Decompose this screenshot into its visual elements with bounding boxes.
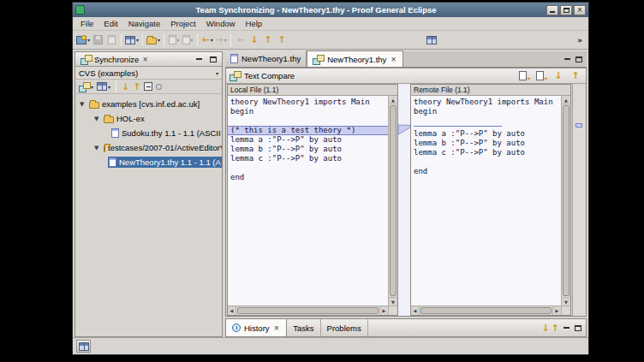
remote-file-header: Remote File (1.1): [411, 85, 570, 96]
pin-button[interactable]: [155, 80, 163, 93]
save-button[interactable]: [91, 33, 104, 48]
tab-close-icon[interactable]: ×: [273, 324, 281, 332]
diff-connector-strip: [398, 84, 410, 316]
diff-overview-marker[interactable]: [575, 123, 582, 128]
tab-synchronize[interactable]: Synchronize ×: [78, 55, 152, 64]
scrollbar-corner: [561, 306, 570, 315]
selected-tree-item[interactable]: NewTheory1.thy 1.1 - 1.1 (A: [108, 157, 222, 168]
external-tools-dropdown-button[interactable]: ▾: [181, 33, 194, 48]
local-horizontal-scrollbar[interactable]: ◀ ▶: [228, 306, 388, 315]
expander-icon[interactable]: ▼: [80, 101, 86, 108]
fast-view-button[interactable]: [76, 340, 91, 353]
presentation-dropdown-button[interactable]: ▾: [96, 80, 111, 93]
folder-icon: [104, 145, 105, 152]
titlebar[interactable]: Team Synchronizing - NewTheory1.thy - Pr…: [73, 3, 588, 17]
new-wizard-button[interactable]: ▾: [75, 33, 91, 48]
editor-tab-compare-newtheory1[interactable]: NewTheory1.thy ×: [307, 50, 403, 67]
code-line: begin: [414, 107, 561, 116]
perspective-team-sync-button[interactable]: [425, 33, 438, 48]
tab-history[interactable]: History ×: [226, 319, 287, 336]
menu-edit[interactable]: Edit: [98, 18, 122, 29]
debug-dropdown-button[interactable]: ▾: [124, 33, 140, 48]
menu-project[interactable]: Project: [165, 18, 201, 29]
copy-all-left-to-right-button[interactable]: [517, 68, 531, 84]
code-line: theory NewTheory1 imports Main: [230, 98, 388, 107]
back-button[interactable]: ←▾: [200, 33, 214, 48]
sync-mode-dropdown-button[interactable]: ▾: [78, 80, 94, 93]
refresh-icon: ↓: [542, 323, 550, 333]
synchronize-icon: ↑: [277, 35, 285, 45]
commit-outgoing-button[interactable]: ↑: [132, 80, 141, 93]
toolbar-separator: [121, 34, 122, 46]
local-file-pane: Local File (1.1) theory NewTheory1 impor…: [227, 84, 398, 316]
toolbar-separator: [164, 34, 164, 46]
run-dropdown-button[interactable]: ▾: [167, 33, 181, 48]
menu-navigate[interactable]: Navigate: [123, 18, 166, 29]
previous-button[interactable]: ←: [234, 33, 247, 48]
refresh-history-button[interactable]: ↓: [541, 322, 551, 335]
external-tools-icon: [182, 35, 190, 45]
remote-horizontal-scrollbar[interactable]: ◀ ▶: [411, 306, 561, 315]
close-button[interactable]: ×: [574, 5, 586, 15]
expander-icon[interactable]: ▼: [94, 116, 101, 122]
previous-difference-button[interactable]: ↑: [569, 68, 582, 84]
code-line: begin: [230, 107, 388, 116]
remote-vertical-scrollbar[interactable]: ▲ ▼: [561, 96, 570, 306]
tree-item-hol-ex[interactable]: ▼ HOL-ex: [75, 111, 222, 126]
editor-maximize-button[interactable]: [573, 54, 585, 64]
update-all-button[interactable]: ↓: [247, 33, 261, 48]
scrollbar-thumb[interactable]: [390, 105, 397, 296]
print-button[interactable]: [104, 33, 118, 48]
scrollbar-thumb[interactable]: [237, 307, 379, 314]
menu-help[interactable]: Help: [241, 18, 268, 29]
toolbar-overflow-chevron[interactable]: »: [574, 36, 586, 45]
minimize-button[interactable]: [546, 5, 558, 15]
menu-window[interactable]: Window: [201, 18, 241, 29]
debug-icon: [125, 36, 135, 45]
local-vertical-scrollbar[interactable]: ▲ ▼: [388, 96, 397, 306]
tab-tasks[interactable]: Tasks: [287, 319, 320, 336]
compare-icon: [313, 55, 324, 64]
update-incoming-button[interactable]: ↓: [121, 80, 130, 93]
file-icon: [230, 54, 238, 63]
tab-problems[interactable]: Problems: [321, 319, 368, 336]
editor-minimize-button[interactable]: [561, 54, 573, 64]
folder-icon: [104, 116, 114, 123]
local-file-content[interactable]: theory NewTheory1 imports Main begin (* …: [228, 96, 388, 306]
scrollbar-thumb[interactable]: [563, 105, 569, 296]
bottom-maximize-button[interactable]: [572, 323, 584, 333]
code-line: lemma c :"P-->P" by auto: [414, 148, 561, 157]
link-with-editor-button[interactable]: ↑: [551, 322, 560, 335]
commit-all-button[interactable]: ↑: [261, 33, 275, 48]
menubar: File Edit Navigate Project Window Help: [73, 17, 588, 31]
remote-file-content[interactable]: theory NewTheory1 imports Main begin lem…: [411, 96, 561, 306]
diff-overview-ruler[interactable]: [572, 84, 585, 316]
view-maximize-button[interactable]: [207, 54, 219, 64]
forward-button[interactable]: →▾: [214, 33, 228, 48]
tree-item-examples[interactable]: ▼ examples [cvs.inf.ed.ac.uk]: [75, 97, 222, 111]
next-difference-button[interactable]: ↓: [552, 68, 565, 84]
synchronize-button[interactable]: ↑: [275, 33, 289, 48]
view-minimize-button[interactable]: [193, 54, 205, 64]
collapse-all-button[interactable]: [143, 80, 153, 93]
print-icon: [108, 35, 116, 45]
scrollbar-thumb[interactable]: [420, 307, 552, 314]
expander-icon[interactable]: ▼: [94, 145, 101, 151]
code-line: lemma a :"P-->P" by auto: [230, 135, 388, 145]
tree-item-newtheory1[interactable]: NewTheory1.thy 1.1 - 1.1 (A: [75, 155, 222, 169]
tree-item-testcases[interactable]: ▼ testcases/2007-01/ActiveEditorV: [75, 140, 222, 155]
tree-item-sudoku[interactable]: Sudoku.thy 1.1 - 1.1 (ASCII: [75, 126, 222, 140]
bottom-minimize-button[interactable]: [560, 323, 572, 333]
sync-scope-selector[interactable]: CVS (examples) ▾: [75, 67, 222, 80]
editor-tab-label: NewTheory1.thy: [242, 54, 301, 63]
tab-close-icon[interactable]: ×: [141, 56, 149, 63]
editor-tab-newtheory1[interactable]: NewTheory1.thy: [225, 50, 307, 67]
editor-region: NewTheory1.thy NewTheory1.thy × Text Com…: [225, 51, 587, 337]
maximize-button[interactable]: [560, 5, 572, 15]
scope-dropdown-icon[interactable]: ▾: [216, 70, 218, 76]
copy-current-change-button[interactable]: [534, 68, 548, 84]
open-folder-dropdown-button[interactable]: ▾: [146, 33, 161, 48]
tab-close-icon[interactable]: ×: [390, 56, 397, 63]
main-area: Synchronize × CVS (examples) ▾ ▾ ▾ ↓ ↑: [73, 50, 588, 337]
menu-file[interactable]: File: [75, 18, 98, 29]
